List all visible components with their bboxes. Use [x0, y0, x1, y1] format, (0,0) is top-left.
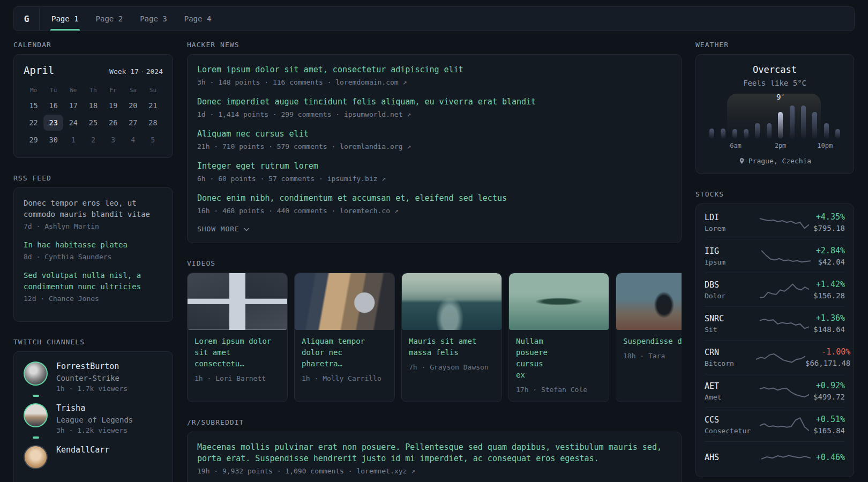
calendar-day-headers: MoTuWeThFrSaSu	[24, 84, 163, 97]
stock-price: $156.28	[813, 291, 845, 300]
avatar	[24, 362, 48, 386]
calendar-week-year: Week 17·2024	[109, 67, 163, 76]
twitch-avatar	[24, 445, 48, 469]
hackernews-item-link[interactable]: Integer eget rutrum lorem	[197, 161, 671, 172]
stock-change: +2.84%	[816, 246, 845, 255]
stock-row[interactable]: IIG Ipsum +2.84% $42.04	[705, 239, 845, 273]
calendar-day-header: We	[63, 84, 83, 96]
video-meta: 1h · Molly Carrillo	[295, 370, 394, 390]
video-card[interactable]: Lorem ipsum dolor sit amet consectetu… 1…	[187, 273, 288, 402]
weather-bar	[778, 112, 783, 139]
calendar-day: 26	[103, 115, 123, 131]
calendar-day: 19	[103, 97, 123, 114]
stocks-card: LDI Lorem +4.35% $795.18	[695, 204, 854, 477]
video-thumbnail[interactable]	[295, 273, 394, 330]
stock-name: Dolor	[705, 292, 756, 300]
page-tab[interactable]: Page 4	[183, 7, 213, 31]
subreddit-post-link[interactable]: Maecenas mollis pulvinar erat non posuer…	[197, 442, 671, 464]
calendar-day: 17	[63, 97, 83, 114]
calendar-day: 3	[103, 132, 123, 148]
twitch-channel-row[interactable]: KendallCarr	[24, 445, 163, 469]
twitch-channel-name[interactable]: ForrestBurton	[56, 362, 128, 371]
twitch-channel-row[interactable]: ForrestBurton Counter-Strike 1h · 1.7k v…	[24, 362, 163, 393]
weather-bars	[708, 106, 842, 139]
hackernews-item-link[interactable]: Donec imperdiet augue tincidunt felis al…	[197, 96, 671, 108]
video-card[interactable]: Aliquam tempor dolor nec pharetra… 1h · …	[294, 273, 395, 402]
show-more-label: SHOW MORE	[197, 225, 240, 233]
rss-item: In hac habitasse platea 8d · Cynthia Sau…	[24, 239, 163, 261]
video-thumbnail[interactable]	[509, 273, 609, 330]
videos-widget: VIDEOS Lorem ipsum dolor sit amet consec…	[187, 259, 682, 402]
stock-row[interactable]: CRN Bitcorn -1.00% $66,171.48	[705, 340, 845, 374]
weather-condition: Overcast	[705, 64, 845, 75]
hackernews-item-link[interactable]: Lorem ipsum dolor sit amet, consectetur …	[197, 64, 671, 76]
video-thumbnail[interactable]	[402, 273, 502, 330]
twitch-channel-row[interactable]: Trisha League of Legends 3h · 1.2k viewe…	[24, 403, 163, 434]
hackernews-item-meta: 3h · 148 points · 116 comments · loremdo…	[197, 78, 671, 86]
calendar-day: 1	[63, 132, 83, 148]
rss-item-link[interactable]: In hac habitasse platea	[24, 239, 163, 251]
video-title-link[interactable]: Nullam posuere cursus ex	[509, 330, 563, 381]
stock-change: +0.51%	[813, 415, 845, 424]
separator-dot: ·	[139, 67, 146, 76]
calendar-day: 29	[24, 132, 43, 148]
stock-row[interactable]: AHS +0.46%	[705, 441, 845, 475]
stock-price: $66,171.48	[805, 359, 850, 367]
twitch-channel-name[interactable]: KendallCarr	[56, 445, 109, 455]
page-tab[interactable]: Page 2	[95, 7, 124, 31]
weather-widget: WEATHER Overcast Feels like 5°C	[695, 41, 854, 174]
weather-bar	[767, 123, 772, 139]
twitch-channel-name[interactable]: Trisha	[56, 403, 133, 413]
stock-row[interactable]: CCS Consectetur +0.51% $165.84	[705, 408, 845, 441]
app-logo[interactable]: G	[14, 7, 40, 31]
hackernews-item-meta: 21h · 710 points · 579 comments · loreml…	[197, 142, 671, 150]
stock-row[interactable]: DBS Dolor +1.42% $156.28	[705, 273, 845, 306]
video-title-link[interactable]: Mauris sit amet massa felis	[402, 330, 502, 358]
video-title-link[interactable]: Aliquam tempor dolor nec pharetra…	[295, 330, 394, 370]
video-card[interactable]: Suspendisse diam 18h · Tara	[616, 273, 682, 402]
stock-values: -1.00% $66,171.48	[805, 347, 850, 367]
page-tab[interactable]: Page 1	[50, 7, 80, 31]
stock-row[interactable]: LDI Lorem +4.35% $795.18	[705, 206, 845, 239]
video-card[interactable]: Nullam posuere cursus ex 17h · Stefan Co…	[508, 273, 609, 402]
map-pin-icon	[738, 157, 745, 164]
sparkline-chart	[760, 212, 809, 232]
calendar-month: April	[24, 64, 54, 76]
twitch-channel-game: Counter-Strike	[56, 374, 128, 382]
video-card[interactable]: Mauris sit amet massa felis 7h · Grayson…	[401, 273, 502, 402]
stock-sparkline	[756, 280, 813, 300]
rss-item-link[interactable]: Donec tempor eros leo, ut commodo mauris…	[24, 198, 163, 220]
stock-name: Consectetur	[705, 427, 756, 435]
degree-symbol: °	[781, 93, 784, 100]
weather-bar	[744, 129, 749, 139]
video-thumbnail[interactable]	[616, 273, 682, 330]
twitch-channel-info: ForrestBurton Counter-Strike 1h · 1.7k v…	[56, 362, 128, 393]
hackernews-section-title: HACKER NEWS	[187, 41, 682, 49]
calendar-day-header: Th	[83, 84, 103, 96]
hackernews-item-link[interactable]: Donec enim nibh, condimentum et accumsan…	[197, 193, 671, 204]
rss-item-link[interactable]: Sed volutpat nulla nisl, a condimentum n…	[24, 270, 163, 292]
video-thumbnail[interactable]	[188, 273, 287, 330]
stock-sparkline	[756, 415, 813, 435]
calendar-day: 28	[143, 115, 163, 131]
calendar-day-header: Tu	[43, 84, 63, 96]
subreddit-post: Maecenas mollis pulvinar erat non posuer…	[197, 442, 671, 475]
stock-row[interactable]: SNRC Sit +1.36% $148.64	[705, 306, 845, 340]
calendar-day-header: Mo	[24, 84, 43, 96]
hackernews-item: Aliquam nec cursus elit 21h · 710 points…	[197, 129, 671, 150]
calendar-day: 16	[43, 97, 63, 114]
page-tab[interactable]: Page 3	[139, 7, 168, 31]
video-title-link[interactable]: Lorem ipsum dolor sit amet consectetu…	[188, 330, 287, 370]
stock-values: +1.36% $148.64	[813, 313, 845, 334]
live-badge	[33, 436, 39, 439]
hackernews-item: Integer eget rutrum lorem 6h · 60 points…	[197, 161, 671, 183]
hackernews-item: Donec imperdiet augue tincidunt felis al…	[197, 96, 671, 118]
calendar-day: 27	[123, 115, 143, 131]
calendar-day: 24	[63, 115, 83, 131]
weather-bar	[790, 106, 795, 139]
stock-row[interactable]: AET Amet +0.92% $499.72	[705, 374, 845, 408]
hackernews-item-link[interactable]: Aliquam nec cursus elit	[197, 129, 671, 140]
subreddit-section-title: /R/SUBREDDIT	[187, 418, 682, 426]
hackernews-show-more-button[interactable]: SHOW MORE	[197, 225, 671, 233]
video-title-link[interactable]: Suspendisse diam	[616, 330, 682, 347]
